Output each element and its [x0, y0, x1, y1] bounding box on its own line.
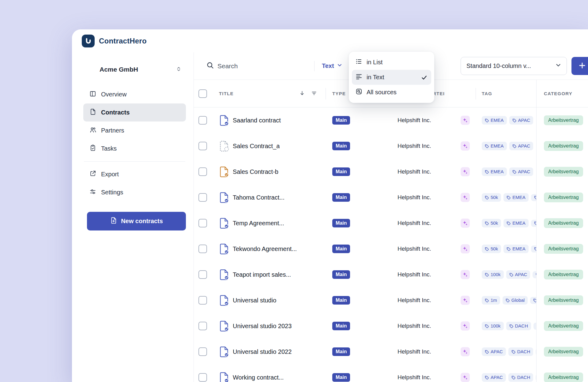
row-title[interactable]: Tahoma Contract...: [233, 194, 285, 201]
document-status-icon: [219, 166, 229, 178]
tag-list: 50kEMEA: [476, 185, 536, 210]
table-row[interactable]: Temp Agreement... Main Helpshift Inc. 50…: [194, 210, 588, 236]
view-column-value: Standard 10-column v...: [466, 62, 531, 69]
party-cell: Helpshift Inc.: [398, 133, 461, 159]
party-cell: Helpshift Inc.: [398, 107, 461, 133]
column-title[interactable]: TITLE: [211, 80, 326, 107]
sidebar-item-export[interactable]: Export: [83, 165, 186, 183]
brand-title: ContractHero: [99, 37, 147, 45]
table-row[interactable]: Universal studio 2023 Main Helpshift Inc…: [194, 313, 588, 339]
party-cell: Helpshift Inc.: [398, 287, 461, 313]
menu-item-in-text[interactable]: in Text: [352, 70, 431, 85]
row-title[interactable]: Sales Contract_a: [233, 143, 280, 150]
category-chip: Arbeitsvertrag: [544, 218, 583, 228]
sidebar-nav: Overview Contracts Partners: [83, 85, 186, 201]
table-row[interactable]: Sales Contract-b Main Helpshift Inc. EME…: [194, 159, 588, 185]
row-checkbox[interactable]: [198, 167, 207, 176]
row-checkbox[interactable]: [198, 193, 207, 202]
table-row[interactable]: Tahoma Contract... Main Helpshift Inc. 5…: [194, 185, 588, 210]
sidebar-item-overview[interactable]: Overview: [83, 85, 186, 103]
menu-item-all-sources[interactable]: All sources: [352, 85, 431, 100]
row-checkbox[interactable]: [198, 322, 207, 330]
tag-chip-partial: [531, 194, 536, 201]
column-divider: [476, 88, 476, 99]
row-title[interactable]: Working contract...: [233, 374, 284, 381]
search-scope-button[interactable]: Text: [322, 62, 343, 70]
ai-sparkle-icon[interactable]: [461, 347, 470, 356]
tag-chip-partial: [533, 271, 536, 278]
tag-chip: DACH: [508, 347, 533, 356]
ai-sparkle-icon[interactable]: [461, 116, 470, 125]
row-title[interactable]: Tekwondo Agreement...: [233, 245, 297, 253]
table-row[interactable]: Universal studio 2022 Main Helpshift Inc…: [194, 339, 588, 365]
tag-chip: Global: [503, 296, 528, 305]
ai-sparkle-icon[interactable]: [461, 219, 470, 228]
row-title[interactable]: Universal studio 2022: [233, 348, 292, 355]
search-scope-menu: in List in Text All sources: [349, 52, 434, 103]
ai-sparkle-icon[interactable]: [461, 167, 470, 176]
sort-descending-icon[interactable]: [299, 90, 305, 97]
row-checkbox[interactable]: [198, 296, 207, 305]
row-checkbox[interactable]: [198, 142, 207, 150]
sidebar-item-settings[interactable]: Settings: [83, 183, 186, 201]
column-ai: [461, 80, 476, 107]
ai-sparkle-icon[interactable]: [461, 141, 470, 151]
table-rows: Saarland contract Main Helpshift Inc. EM…: [194, 107, 588, 382]
table-row[interactable]: Saarland contract Main Helpshift Inc. EM…: [194, 107, 588, 133]
type-badge: Main: [332, 245, 350, 253]
search-input[interactable]: [217, 62, 310, 70]
row-title[interactable]: Sales Contract-b: [233, 168, 278, 175]
party-cell: Helpshift Inc.: [398, 236, 461, 262]
ai-sparkle-icon[interactable]: [461, 373, 470, 382]
sidebar-item-tasks[interactable]: Tasks: [83, 140, 186, 158]
sidebar-item-contracts[interactable]: Contracts: [83, 103, 186, 122]
row-checkbox[interactable]: [198, 245, 207, 253]
sidebar-item-partners[interactable]: Partners: [83, 122, 186, 140]
table-row[interactable]: Working contract... Main Helpshift Inc. …: [194, 365, 588, 382]
row-title[interactable]: Saarland contract: [233, 117, 281, 124]
tag-list: APACDACH: [476, 365, 536, 382]
ai-sparkle-icon[interactable]: [461, 321, 470, 331]
row-checkbox[interactable]: [198, 219, 207, 227]
row-title[interactable]: Temp Agreement...: [233, 220, 284, 227]
sidebar-item-label: Tasks: [101, 145, 117, 152]
column-category: CATEGORY: [536, 80, 588, 107]
table-row[interactable]: Universal studio Main Helpshift Inc. 1mG…: [194, 287, 588, 313]
tag-list: 50kEMEA: [476, 236, 536, 262]
document-status-icon: [219, 140, 229, 152]
row-title[interactable]: Universal studio 2023: [233, 323, 292, 330]
table-row[interactable]: Teapot import sales... Main Helpshift In…: [194, 262, 588, 287]
party-cell: Helpshift Inc.: [398, 185, 461, 210]
ai-sparkle-icon[interactable]: [461, 193, 470, 202]
category-chip: Arbeitsvertrag: [544, 347, 583, 357]
menu-item-in-list[interactable]: in List: [352, 55, 431, 70]
type-badge: Main: [332, 322, 350, 330]
row-checkbox[interactable]: [198, 116, 207, 125]
table-row[interactable]: Tekwondo Agreement... Main Helpshift Inc…: [194, 236, 588, 262]
row-checkbox[interactable]: [198, 270, 207, 279]
row-checkbox[interactable]: [198, 347, 207, 356]
category-chip: Arbeitsvertrag: [544, 270, 583, 279]
tag-chip: APAC: [482, 347, 506, 356]
ai-sparkle-icon[interactable]: [461, 244, 470, 253]
column-tag-label: TAG: [482, 91, 492, 96]
new-contracts-button[interactable]: New contracts: [87, 212, 186, 230]
tag-list: EMEAAPAC: [476, 133, 536, 159]
row-checkbox[interactable]: [198, 373, 207, 382]
tag-chip: EMEA: [503, 219, 529, 228]
select-all-checkbox[interactable]: [198, 89, 207, 98]
sidebar-divider: [84, 161, 185, 162]
row-title[interactable]: Teapot import sales...: [233, 271, 291, 278]
chevron-up-down-icon: [176, 66, 182, 73]
filter-icon[interactable]: [311, 90, 317, 97]
view-column-select[interactable]: Standard 10-column v...: [461, 57, 567, 75]
table-row[interactable]: Sales Contract_a Main Helpshift Inc. EME…: [194, 133, 588, 159]
document-status-icon: [219, 346, 229, 358]
org-selector[interactable]: Acme GmbH: [83, 62, 186, 77]
row-title[interactable]: Universal studio: [233, 297, 276, 304]
export-icon: [89, 170, 96, 178]
add-contract-button[interactable]: [571, 57, 588, 75]
tag-list: EMEAAPAC: [476, 107, 536, 133]
ai-sparkle-icon[interactable]: [461, 296, 470, 305]
ai-sparkle-icon[interactable]: [461, 270, 470, 279]
